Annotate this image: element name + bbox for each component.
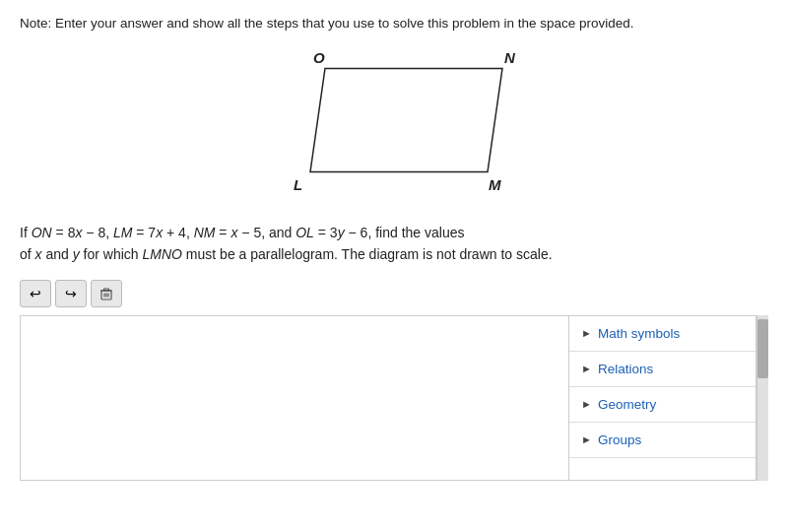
scrollbar[interactable] (756, 315, 768, 481)
math-symbols-item[interactable]: ► Math symbols (569, 316, 755, 352)
bottom-area: ► Math symbols ► Relations ► Geometry ► … (20, 315, 768, 481)
math-symbols-label: Math symbols (598, 326, 680, 341)
geometry-item[interactable]: ► Geometry (569, 387, 755, 423)
relations-arrow: ► (581, 363, 592, 374)
redo-button[interactable]: ↪ (55, 280, 87, 307)
groups-label: Groups (598, 432, 641, 447)
geometry-arrow: ► (581, 398, 592, 410)
groups-item[interactable]: ► Groups (569, 423, 755, 458)
side-panel: ► Math symbols ► Relations ► Geometry ► … (569, 315, 756, 481)
toolbar: ↩ ↪ (20, 280, 768, 307)
svg-marker-0 (310, 69, 502, 172)
vertex-M: M (489, 176, 501, 193)
vertex-O: O (313, 49, 325, 66)
scrollbar-thumb[interactable] (757, 319, 768, 378)
answer-input[interactable] (20, 315, 569, 481)
vertex-L: L (294, 176, 302, 193)
groups-arrow: ► (581, 433, 592, 445)
relations-item[interactable]: ► Relations (569, 352, 755, 387)
math-symbols-arrow: ► (581, 327, 592, 339)
diagram-area: O N L M (20, 46, 768, 204)
problem-text: If ON = 8x − 8, LM = 7x + 4, NM = x − 5,… (20, 222, 768, 266)
geometry-label: Geometry (598, 397, 656, 412)
svg-rect-6 (104, 289, 109, 291)
delete-button[interactable] (91, 280, 122, 307)
vertex-N: N (504, 49, 516, 66)
relations-label: Relations (598, 362, 653, 376)
note-text: Note: Enter your answer and show all the… (20, 16, 768, 31)
undo-button[interactable]: ↩ (20, 280, 51, 307)
